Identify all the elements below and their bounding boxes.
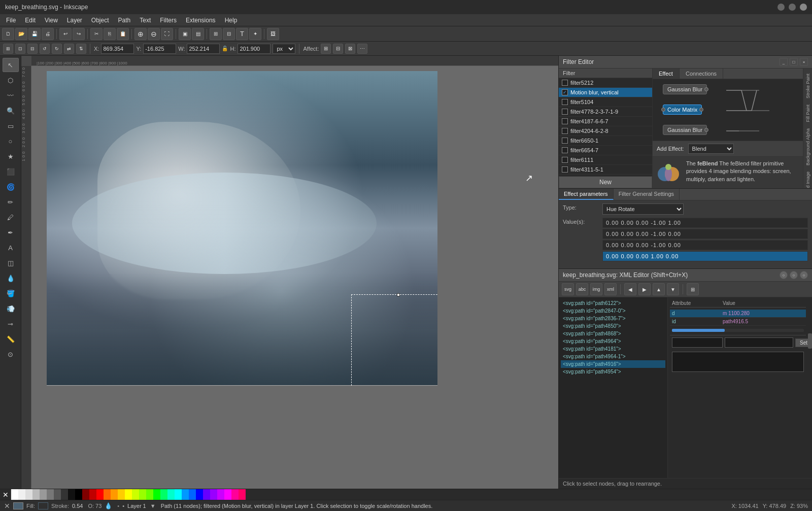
attr-row-id[interactable]: id path4916.5	[670, 318, 806, 326]
vtab-bg-image[interactable]: Background Image	[804, 168, 811, 188]
effect-node-gaussian2[interactable]: Gaussian Blur	[663, 125, 707, 135]
node-tool[interactable]: ⬡	[3, 73, 19, 87]
color-swatches[interactable]	[11, 489, 812, 500]
swatch-green[interactable]	[153, 489, 160, 500]
ep-tab-params[interactable]: Effect parameters	[559, 189, 614, 200]
swatch-pink[interactable]	[231, 489, 239, 500]
menu-file[interactable]: File	[2, 16, 20, 25]
eyedropper-icon[interactable]: 💧	[105, 502, 112, 509]
node-btn[interactable]: ✦	[249, 28, 261, 40]
swatch-yl-gn[interactable]	[132, 489, 139, 500]
menu-view[interactable]: View	[41, 16, 62, 25]
dropper-tool[interactable]: 💧	[3, 271, 19, 285]
matrix-row-1[interactable]: 0.00 0.00 0.00 -1.00 0.00	[602, 229, 808, 239]
no-color-btn[interactable]: ✕	[0, 489, 11, 500]
swatch-4[interactable]	[47, 489, 54, 500]
text-tool[interactable]: A	[3, 241, 19, 255]
rect-tool[interactable]: ▭	[3, 119, 19, 133]
open-btn[interactable]: 📂	[15, 28, 27, 40]
flip-v-btn[interactable]: ⇅	[76, 44, 86, 54]
vtab-fill-paint[interactable]: Fill Paint	[804, 101, 811, 125]
swatch-lt-grn[interactable]	[139, 489, 146, 500]
pencil-tool[interactable]: ✏	[3, 195, 19, 209]
swatch-orange1[interactable]	[104, 489, 111, 500]
filter-item-2[interactable]: filter5104	[559, 97, 652, 107]
swatch-0[interactable]	[18, 489, 25, 500]
undo-btn[interactable]: ↩	[59, 28, 72, 40]
xml-scrollbar[interactable]	[808, 297, 812, 478]
calligraphy-tool[interactable]: ✒	[3, 225, 19, 240]
3d-box-tool[interactable]: ⬛	[3, 164, 19, 179]
select-tool[interactable]: ↖	[3, 58, 19, 72]
swatch-red2[interactable]	[96, 489, 104, 500]
xml-node-7[interactable]: <svg:path id="path4964-1">	[561, 353, 665, 360]
unit-select[interactable]: px mm pt	[273, 44, 295, 54]
zoom-in-btn[interactable]: ⊕	[134, 28, 147, 40]
minimize-button[interactable]	[777, 4, 785, 11]
measure-tool[interactable]: 📏	[3, 332, 19, 346]
tab-effect[interactable]: Effect	[653, 69, 680, 79]
swatch-grn-teal[interactable]	[160, 489, 167, 500]
align-btn[interactable]: ⊞	[210, 28, 222, 40]
swatch-white[interactable]	[11, 489, 18, 500]
circle-tool[interactable]: ○	[3, 134, 19, 148]
matrix-row-3[interactable]: 0.00 0.00 0.00 1.00 0.00	[602, 251, 808, 261]
fe-minimize[interactable]: _	[780, 58, 788, 66]
tweak-tool[interactable]: 〰	[3, 88, 19, 103]
menu-object[interactable]: Object	[87, 16, 113, 25]
xml-tree[interactable]: <svg:path id="path6122"> <svg:path id="p…	[559, 297, 668, 478]
xml-circle2[interactable]: ○	[790, 271, 798, 279]
menu-filters[interactable]: Filters	[156, 16, 181, 25]
zoom-tool[interactable]: 🔍	[3, 104, 19, 118]
swatch-red1[interactable]	[89, 489, 96, 500]
filter-check-0[interactable]	[562, 80, 568, 86]
gradient-tool[interactable]: ◫	[3, 256, 19, 270]
filter-check-5[interactable]	[562, 128, 568, 134]
stroke-color-swatch[interactable]	[38, 502, 48, 509]
filter-list[interactable]: filter5212 ✓ Motion blur, vertical filte…	[559, 78, 652, 176]
swatch-violet[interactable]	[217, 489, 224, 500]
xml-btn-abc[interactable]: abc	[576, 283, 588, 295]
fe-close[interactable]: ×	[800, 58, 808, 66]
xml-btn-svg[interactable]: svg	[562, 283, 574, 295]
filter-item-0[interactable]: filter5212	[559, 78, 652, 88]
swatch-magenta[interactable]	[224, 489, 231, 500]
swatch-7[interactable]	[68, 489, 75, 500]
swatch-teal1[interactable]	[167, 489, 175, 500]
xml-node-0[interactable]: <svg:path id="path6122">	[561, 299, 665, 307]
x-field[interactable]	[101, 44, 134, 54]
filter-item-5[interactable]: filter4204-6-2-8	[559, 126, 652, 136]
swatch-lt-blue2[interactable]	[189, 489, 196, 500]
filter-check-1[interactable]: ✓	[562, 89, 568, 95]
swatch-purple2[interactable]	[210, 489, 217, 500]
affect-btn1[interactable]: ⊞	[321, 44, 331, 54]
bitmap-btn[interactable]: 🖼	[267, 28, 279, 40]
attr-name-input[interactable]	[672, 337, 723, 348]
y-field[interactable]	[143, 44, 176, 54]
h-field[interactable]	[238, 44, 270, 54]
affect-btn2[interactable]: ⊟	[333, 44, 343, 54]
swatch-cyan[interactable]	[175, 489, 182, 500]
swatch-lt-blue1[interactable]	[182, 489, 189, 500]
paste-btn[interactable]: 📋	[117, 28, 129, 40]
xml-up-btn[interactable]: ▲	[653, 283, 665, 295]
swatch-1[interactable]	[25, 489, 32, 500]
filter-check-6[interactable]	[562, 138, 568, 144]
paint-bucket-tool[interactable]: 🪣	[3, 286, 19, 300]
xml-next-btn[interactable]: ▶	[638, 283, 651, 295]
spiral-tool[interactable]: 🌀	[3, 180, 19, 194]
filter-item-9[interactable]: filter4311-5-1	[559, 165, 652, 175]
xml-circle3[interactable]: ○	[800, 271, 808, 279]
fe-maximize[interactable]: □	[790, 58, 798, 66]
save-btn[interactable]: 💾	[28, 28, 41, 40]
menu-edit[interactable]: Edit	[21, 16, 40, 25]
w-field[interactable]	[187, 44, 220, 54]
copy-btn[interactable]: ⎘	[104, 28, 116, 40]
pen-tool[interactable]: 🖊	[3, 210, 19, 224]
xml-node-5[interactable]: <svg:path id="path4964">	[561, 337, 665, 345]
swatch-rose[interactable]	[239, 489, 246, 500]
xml-node-8[interactable]: <svg:path id="path4916">	[561, 360, 665, 368]
maximize-button[interactable]	[789, 4, 796, 11]
filter-new-button[interactable]: New	[559, 176, 652, 188]
snap-btn[interactable]: ⊞	[3, 44, 13, 54]
